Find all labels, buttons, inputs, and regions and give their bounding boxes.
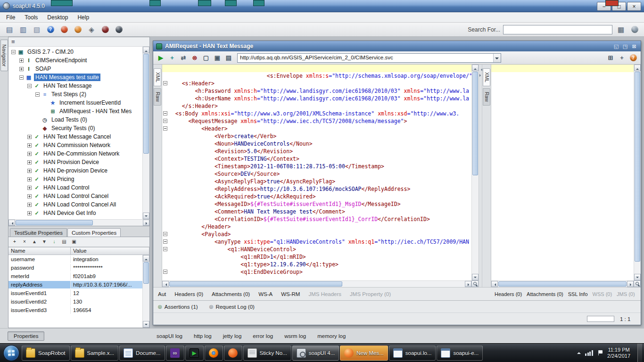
column-header-value[interactable]: Value <box>71 247 149 255</box>
tree-plus-handle-icon[interactable] <box>27 211 32 215</box>
scrollbar-thumb[interactable] <box>143 54 149 154</box>
scroll-up-icon[interactable] <box>143 255 149 262</box>
tree-item-increment-issuereventid[interactable]: ★Increment IssuerEventId <box>8 99 142 107</box>
request-raw-tab[interactable]: Raw <box>154 88 161 106</box>
taskbar-item-new-mes[interactable]: New Mes... <box>340 346 388 361</box>
tree-item-han-text-message-cancel[interactable]: ✓HAN Text Message Cancel <box>8 132 142 141</box>
preferences-icon[interactable]: ◈ <box>86 24 97 35</box>
action-center-icon[interactable] <box>597 350 603 356</box>
tree-item-han-de-provision-device[interactable]: ✓HAN De-provision Device <box>8 166 142 175</box>
tree-item-test-steps-2[interactable]: ≡Test Steps (2) <box>8 90 142 99</box>
response-tab-headers-0[interactable]: Headers (0) <box>495 291 522 297</box>
menu-item-desktop[interactable]: Desktop <box>43 13 72 22</box>
scroll-up-icon[interactable] <box>634 65 641 71</box>
tree-item-han-commission-network[interactable]: ✓HAN Commission Network <box>8 141 142 149</box>
pretty-print-icon[interactable]: ▤ <box>224 53 233 63</box>
tree-item-han-messages-test-suite[interactable]: ▦HAN Messages test suite <box>8 73 142 82</box>
zoom-editor-button[interactable] <box>634 280 641 287</box>
response-horizontal-scrollbar[interactable] <box>491 280 634 287</box>
tree-plus-handle-icon[interactable] <box>27 135 32 139</box>
help-icon[interactable]: ? <box>45 24 56 35</box>
tree-item-soap[interactable]: ISOAP <box>8 65 142 73</box>
new-workspace-icon[interactable]: ▤ <box>4 24 15 35</box>
tree-plus-handle-icon[interactable] <box>27 194 32 198</box>
save-all-icon[interactable]: ▧ <box>31 24 42 35</box>
tray-expand-icon[interactable] <box>577 350 581 354</box>
soapui-home-icon[interactable] <box>58 24 70 35</box>
tree-minus-handle-icon[interactable] <box>27 84 32 88</box>
help-orb-icon[interactable]: ? <box>628 53 638 63</box>
scrollbar-thumb[interactable] <box>635 72 640 262</box>
add-property-icon[interactable]: + <box>10 238 19 246</box>
tree-item-gsis-2-7-cim-20[interactable]: ▣GSIS 2.7 - CIM.20 <box>8 48 142 56</box>
undock-icon[interactable]: ◱ <box>612 43 620 50</box>
menu-item-tools[interactable]: Tools <box>20 13 42 22</box>
tree-item-cimserviceendpoint[interactable]: ICIMServiceEndpoint <box>8 56 142 65</box>
tree-plus-handle-icon[interactable] <box>27 169 32 173</box>
tree-item-amirequest-han-text-mes[interactable]: ⊞AMIRequest - HAN Text Mes <box>8 107 142 115</box>
tree-plus-handle-icon[interactable] <box>19 67 24 71</box>
log-tab-memory-log[interactable]: memory log <box>317 333 346 339</box>
taskbar-item-firefox[interactable] <box>205 346 223 361</box>
endpoint-combobox[interactable]: http://utlps.aq.qb.nn/GSIS_APIService/ci… <box>237 53 501 63</box>
scroll-up-icon[interactable] <box>143 47 149 53</box>
restore-icon[interactable]: ◳ <box>621 43 629 50</box>
request-tab-ws-rm[interactable]: WS-RM <box>281 291 300 297</box>
tree-minus-handle-icon[interactable] <box>35 92 40 97</box>
request-tab-jms-headers[interactable]: JMS Headers <box>308 291 341 297</box>
scrollbar-thumb[interactable] <box>169 281 342 287</box>
submit-request-button[interactable]: ▶ <box>156 53 165 63</box>
fold-toggle-icon[interactable] <box>163 247 167 251</box>
tree-item-han-pricing[interactable]: ✓HAN Pricing <box>8 175 142 183</box>
tree-item-han-device-get-info[interactable]: ✓HAN Device Get Info <box>8 209 142 217</box>
tree-item-load-tests-0[interactable]: ◷Load Tests (0) <box>8 115 142 124</box>
tree-vertical-scrollbar[interactable] <box>142 47 149 219</box>
search-grid-icon[interactable]: ▦ <box>615 24 627 35</box>
show-desktop-button[interactable] <box>637 344 642 362</box>
tree-plus-handle-icon[interactable] <box>27 186 32 190</box>
tree-plus-handle-icon[interactable] <box>27 177 32 181</box>
properties-footer-button[interactable]: Properties <box>8 331 44 341</box>
remove-property-icon[interactable]: × <box>20 238 29 246</box>
request-window-titlebar[interactable]: AMIRequest - HAN Text Message ◱◳⊠ <box>153 41 641 51</box>
menu-item-file[interactable]: File <box>2 13 19 22</box>
move-property-down-icon[interactable]: ▼ <box>40 238 49 246</box>
navigator-options-icon[interactable]: ≡ <box>11 39 15 45</box>
tree-plus-handle-icon[interactable] <box>27 152 32 156</box>
tree-item-han-load-control[interactable]: ✓HAN Load Control <box>8 183 142 192</box>
request-xml-editor[interactable]: <s:Envelope xmlns:s="http://schemas.xmls… <box>162 65 471 280</box>
tabbed-view-icon[interactable]: ⊞ <box>606 53 615 63</box>
forum-icon[interactable] <box>72 24 83 35</box>
response-tab-jms-0[interactable]: JMS (0) <box>617 291 635 297</box>
response-raw-tab[interactable]: Raw <box>483 88 490 106</box>
create-empty-icon[interactable]: ▣ <box>213 53 222 63</box>
scrollbar-thumb[interactable] <box>472 72 478 175</box>
tree-item-han-load-control-cancel[interactable]: ✓HAN Load Control Cancel <box>8 192 142 200</box>
taskbar-item-soapui-4[interactable]: soapUI 4... <box>292 346 339 361</box>
request-vertical-scrollbar[interactable] <box>471 65 479 280</box>
log-tab-soapui-log[interactable]: soapUI log <box>157 333 182 339</box>
collapse-right-icon[interactable] <box>479 74 482 77</box>
property-row-username[interactable]: usernameintegration <box>8 255 142 263</box>
property-row-issuereventid3[interactable]: issuerEventId3196654 <box>8 306 142 314</box>
zoom-editor-button[interactable] <box>471 280 479 287</box>
taskbar-item-soapui-lo[interactable]: soapui.lo... <box>389 346 436 361</box>
tree-plus-handle-icon[interactable] <box>19 58 24 63</box>
tree-minus-handle-icon[interactable] <box>19 75 24 80</box>
close-frame-icon[interactable]: ⊠ <box>630 43 638 50</box>
taskbar-item-visual-studio[interactable]: ∞ <box>166 346 184 361</box>
import-workspace-icon[interactable]: ▥ <box>17 24 29 35</box>
property-row-meterid[interactable]: meterIdf0201ab9 <box>8 272 142 280</box>
tree-item-han-load-control-cancel-all[interactable]: ✓HAN Load Control Cancel All <box>8 200 142 209</box>
scroll-down-icon[interactable] <box>634 274 641 280</box>
request-horizontal-scrollbar[interactable] <box>162 280 471 287</box>
scroll-left-icon[interactable] <box>8 220 15 226</box>
taskbar-item-soaprobot[interactable]: SoapRobot <box>22 346 70 361</box>
fold-toggle-icon[interactable] <box>163 81 167 85</box>
fold-toggle-icon[interactable] <box>163 119 167 123</box>
scrollbar-thumb[interactable] <box>16 220 93 225</box>
tree-item-han-de-commission-network[interactable]: ✓HAN De-Commission Network <box>8 149 142 158</box>
taskbar-item-sticky-no[interactable]: Sticky No... <box>243 346 291 361</box>
scroll-up-icon[interactable] <box>472 65 479 71</box>
network-icon[interactable] <box>585 350 593 356</box>
